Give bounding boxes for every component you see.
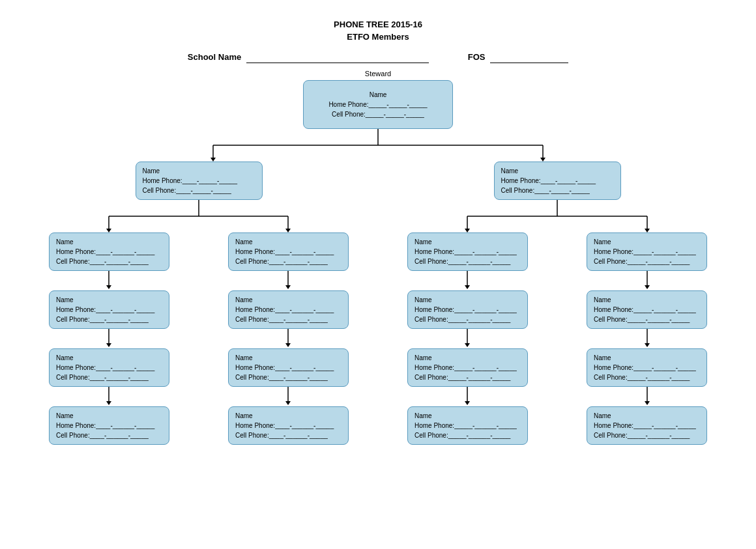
l1-0-name: Name [143,166,255,176]
level4-row: Name Home Phone:____-______-_____ Cell P… [20,348,736,387]
level4-node-3: Name Home Phone:_____-______-_____ Cell … [587,348,707,387]
l4-1-cell: Cell Phone:____-______-_____ [235,373,342,382]
level3-node-1: Name Home Phone:____-______-_____ Cell P… [228,290,349,329]
l3-1-home: Home Phone:____-______-_____ [235,305,342,315]
l2-0-name: Name [56,237,162,247]
svg-marker-29 [285,343,291,347]
school-line: School Name FOS [13,52,743,63]
root-home: Home Phone:_____-_____-_____ [314,100,442,109]
l2-1-name: Name [235,237,342,247]
l2-3-cell: Cell Phone:_____-______-_____ [594,257,700,266]
svg-marker-5 [540,158,545,162]
l4-0-name: Name [56,353,162,363]
svg-marker-25 [645,285,650,289]
l5-0-cell: Cell Phone:____-______-_____ [56,430,162,440]
level3-row: Name Home Phone:____-______-_____ Cell P… [20,290,736,329]
l4-1-name: Name [235,353,342,363]
l1-1-cell: Cell Phone:____-_____-_____ [501,186,614,195]
l2-3-name: Name [594,237,700,247]
l3-0-cell: Cell Phone:____-______-_____ [56,315,162,324]
level3-col2: Name Home Phone:_____-______-_____ Cell … [378,290,557,329]
level5-row: Name Home Phone:____-______-_____ Cell P… [20,406,736,445]
school-label: School Name [188,52,241,62]
svg-marker-33 [645,343,650,347]
level3-col3: Name Home Phone:_____-______-_____ Cell … [557,290,736,329]
phone-tree: Steward Name Home Phone:_____-_____-____… [20,70,736,445]
l2-2-cell: Cell Phone:_____-______-_____ [414,257,521,266]
l5-1-home: Home Phone:____-______-_____ [235,421,342,430]
l3-0-home: Home Phone:____-______-_____ [56,305,162,315]
l5-1-cell: Cell Phone:____-______-_____ [235,430,342,440]
level4-node-1: Name Home Phone:____-______-_____ Cell P… [228,348,349,387]
level5-node-3: Name Home Phone:_____-______-_____ Cell … [587,406,707,445]
l3-1-name: Name [235,295,342,305]
l5-3-cell: Cell Phone:_____-______-_____ [594,430,700,440]
level2-node-2: Name Home Phone:_____-______-_____ Cell … [407,232,528,271]
l1-0-home: Home Phone:____-_____-_____ [143,176,255,186]
l5-2-home: Home Phone:_____-______-_____ [414,421,521,430]
svg-marker-15 [465,229,470,232]
level4-col0: Name Home Phone:____-______-_____ Cell P… [20,348,199,387]
page-subtitle: ETFO Members [13,32,743,42]
l4-0-cell: Cell Phone:____-______-_____ [56,373,162,382]
l1-to-l2-connector [20,200,736,232]
l1-1-name: Name [501,166,614,176]
l2-to-l3-connector [20,271,736,290]
l3-2-name: Name [414,295,521,305]
root-node: Name Home Phone:_____-_____-_____ Cell P… [303,80,453,129]
level5-col3: Name Home Phone:_____-______-_____ Cell … [557,406,736,445]
l2-2-home: Home Phone:_____-______-_____ [414,247,521,257]
svg-marker-21 [285,285,291,289]
l3-2-cell: Cell Phone:_____-______-_____ [414,315,521,324]
l3-3-cell: Cell Phone:_____-______-_____ [594,315,700,324]
level2-col1: Name Home Phone:____-______-_____ Cell P… [199,232,378,271]
l3-3-home: Home Phone:_____-______-_____ [594,305,700,315]
level1-right-col: Name Home Phone:____-_____-_____ Cell Ph… [378,162,736,200]
level2-node-3: Name Home Phone:_____-______-_____ Cell … [587,232,707,271]
root-name: Name [314,90,442,100]
svg-marker-27 [106,343,111,347]
l5-1-name: Name [235,411,342,421]
l3-3-name: Name [594,295,700,305]
svg-marker-9 [106,229,111,232]
level5-node-1: Name Home Phone:____-______-_____ Cell P… [228,406,349,445]
l2-0-cell: Cell Phone:____-______-_____ [56,257,162,266]
svg-marker-41 [645,401,650,405]
level3-node-0: Name Home Phone:____-______-_____ Cell P… [49,290,169,329]
l5-3-home: Home Phone:_____-______-_____ [594,421,700,430]
l5-2-cell: Cell Phone:_____-______-_____ [414,430,521,440]
svg-marker-19 [106,285,111,289]
level2-col2: Name Home Phone:_____-______-_____ Cell … [378,232,557,271]
l3-0-name: Name [56,295,162,305]
level2-col0: Name Home Phone:____-______-_____ Cell P… [20,232,199,271]
svg-marker-3 [211,158,216,162]
l1-1-home: Home Phone:____-_____-_____ [501,176,614,186]
level1-left-col: Name Home Phone:____-_____-_____ Cell Ph… [20,162,378,200]
level1-row: Name Home Phone:____-_____-_____ Cell Ph… [20,162,736,200]
svg-marker-23 [465,285,470,289]
fos-label: FOS [468,52,486,62]
l4-2-cell: Cell Phone:_____-______-_____ [414,373,521,382]
svg-marker-11 [285,229,291,232]
level1-node-0: Name Home Phone:____-_____-_____ Cell Ph… [136,162,263,200]
level2-node-0: Name Home Phone:____-______-_____ Cell P… [49,232,169,271]
l4-3-cell: Cell Phone:_____-______-_____ [594,373,700,382]
level1-node-1: Name Home Phone:____-_____-_____ Cell Ph… [494,162,621,200]
steward-label: Steward [20,70,736,77]
l3-2-home: Home Phone:_____-______-_____ [414,305,521,315]
l3-to-l4-connector [20,329,736,348]
l2-3-home: Home Phone:_____-______-_____ [594,247,700,257]
level3-col0: Name Home Phone:____-______-_____ Cell P… [20,290,199,329]
level5-node-0: Name Home Phone:____-______-_____ Cell P… [49,406,169,445]
level5-node-2: Name Home Phone:_____-______-_____ Cell … [407,406,528,445]
level4-node-2: Name Home Phone:_____-______-_____ Cell … [407,348,528,387]
level5-col1: Name Home Phone:____-______-_____ Cell P… [199,406,378,445]
level3-node-2: Name Home Phone:_____-______-_____ Cell … [407,290,528,329]
level2-row: Name Home Phone:____-______-_____ Cell P… [20,232,736,271]
l5-2-name: Name [414,411,521,421]
level5-col2: Name Home Phone:_____-______-_____ Cell … [378,406,557,445]
svg-marker-17 [645,229,650,232]
svg-marker-37 [285,401,291,405]
l2-1-cell: Cell Phone:____-______-_____ [235,257,342,266]
level3-node-3: Name Home Phone:_____-______-_____ Cell … [587,290,707,329]
